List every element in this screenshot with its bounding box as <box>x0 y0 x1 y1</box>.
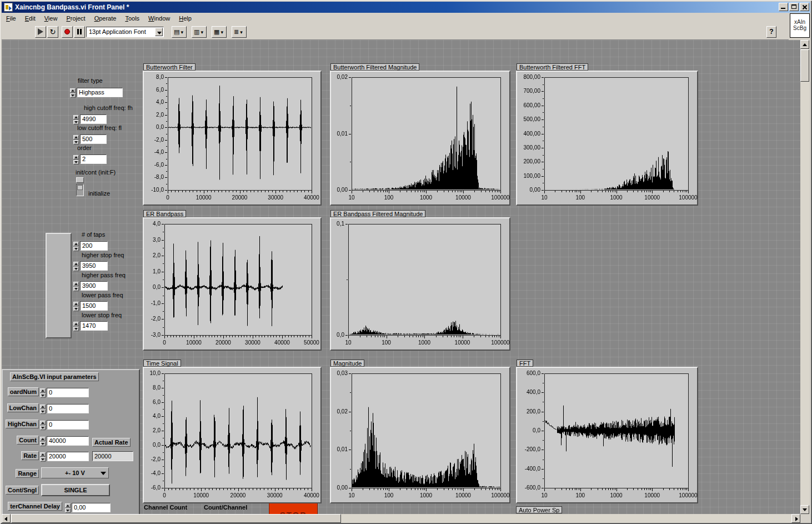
toolbar: 13pt Application Font ? <box>2 24 789 40</box>
run-continuously-button[interactable] <box>47 26 58 38</box>
x-tick-label: 30000 <box>255 492 294 498</box>
param-spinner-oardnum[interactable] <box>40 388 46 398</box>
y-tick-label: 10,0 <box>144 370 161 376</box>
horizontal-scrollbar[interactable] <box>2 514 800 523</box>
plot-area <box>331 72 509 204</box>
taps-spinner[interactable] <box>73 242 79 252</box>
x-tick-label: 10000 <box>633 194 671 201</box>
abort-button[interactable] <box>62 26 73 38</box>
x-tick-label: 30000 <box>256 194 295 201</box>
y-tick-label: 600,0 <box>517 370 540 376</box>
single-button[interactable]: SINGLE <box>41 484 110 496</box>
range-dropdown[interactable]: +- 10 V <box>41 467 109 478</box>
menu-tools[interactable]: Tools <box>121 13 144 22</box>
lower-stop-spinner[interactable] <box>73 322 79 332</box>
y-tick-label: 700,00 <box>517 88 540 94</box>
interchannel-delay-spinner[interactable] <box>65 503 71 513</box>
help-button[interactable]: ? <box>766 26 776 38</box>
lower-stop-value[interactable]: 1470 <box>80 321 108 331</box>
param-value-oardnum[interactable]: 0 <box>47 388 89 397</box>
vi-icon[interactable]: xAIn ScBg <box>790 13 810 38</box>
param-label-highchan: HighChan <box>6 420 39 428</box>
scroll-left-button[interactable] <box>2 514 11 523</box>
minimize-button[interactable] <box>779 3 788 11</box>
reorder-objects-button[interactable] <box>232 26 247 38</box>
high-cutoff-spinner[interactable] <box>73 115 79 125</box>
maximize-button[interactable] <box>789 3 799 11</box>
initialize-switch[interactable] <box>76 177 85 196</box>
menu-operate[interactable]: Operate <box>90 13 121 22</box>
y-tick-label: -8,0 <box>144 174 164 180</box>
param-value-count[interactable]: 40000 <box>47 436 89 446</box>
high-cutoff-value[interactable]: 4990 <box>80 114 107 124</box>
close-button[interactable] <box>800 3 809 11</box>
horizontal-scroll-thumb[interactable] <box>11 514 341 523</box>
low-cutoff-value[interactable]: 500 <box>80 134 107 144</box>
scroll-up-button[interactable] <box>800 40 809 49</box>
distribute-objects-button[interactable] <box>192 26 207 38</box>
x-tick-label: 1000 <box>407 492 445 498</box>
pause-button[interactable] <box>74 26 85 38</box>
align-objects-button[interactable] <box>172 26 187 38</box>
higher-stop-value[interactable]: 3950 <box>80 261 108 271</box>
plot-area <box>144 72 320 204</box>
filter-type-spinner[interactable] <box>70 88 76 98</box>
order-spinner[interactable] <box>73 155 79 165</box>
menu-project[interactable]: Project <box>62 13 89 22</box>
low-cutoff-spinner[interactable] <box>73 135 79 145</box>
lower-pass-spinner[interactable] <box>73 302 79 312</box>
x-tick-label: 10000 <box>184 194 223 201</box>
taps-value[interactable]: 200 <box>80 241 108 251</box>
menu-view[interactable]: View <box>40 13 62 22</box>
param-spinner-lowchan[interactable] <box>40 405 46 415</box>
param-spinner-highchan[interactable] <box>40 421 46 431</box>
stop-button[interactable]: STOP <box>269 503 318 515</box>
lower-pass-value[interactable]: 1500 <box>80 301 108 311</box>
scroll-right-button[interactable] <box>791 514 800 523</box>
higher-pass-spinner[interactable] <box>73 282 79 292</box>
chevron-down-icon <box>101 472 106 475</box>
y-tick-label: 8,0 <box>144 74 164 80</box>
y-tick-label: 0,01 <box>331 446 348 452</box>
y-tick-label: -2,0 <box>144 316 161 322</box>
interchannel-delay-value[interactable]: 0,00 <box>72 503 111 512</box>
higher-pass-value[interactable]: 3900 <box>80 281 108 291</box>
vertical-scrollbar[interactable] <box>800 40 809 514</box>
chart-frame <box>143 217 322 351</box>
menu-help[interactable]: Help <box>174 13 196 22</box>
run-icon <box>38 28 43 35</box>
switch-body[interactable] <box>76 184 84 196</box>
minimize-icon <box>781 8 785 9</box>
order-value[interactable]: 2 <box>80 154 107 164</box>
x-tick-label: 20000 <box>219 492 258 498</box>
run-button[interactable] <box>35 26 46 38</box>
param-value-highchan[interactable]: 0 <box>47 420 89 430</box>
param-spinner-rate[interactable] <box>40 452 46 462</box>
menu-file[interactable]: File <box>2 13 21 22</box>
chart-frame <box>143 367 322 503</box>
param-value-lowchan[interactable]: 0 <box>47 404 89 413</box>
menu-edit[interactable]: Edit <box>21 13 40 22</box>
y-tick-label: 4,0 <box>144 413 161 419</box>
higher-stop-spinner[interactable] <box>73 262 79 272</box>
filter-type-value[interactable]: Highpass <box>77 88 123 97</box>
y-tick-label: -6,0 <box>144 485 161 491</box>
param-spinner-count[interactable] <box>40 437 46 447</box>
menu-window[interactable]: Window <box>144 13 174 22</box>
y-tick-label: -4,0 <box>144 470 161 476</box>
chevron-down-icon[interactable] <box>155 28 163 36</box>
chart-frame <box>143 71 322 206</box>
y-tick-label: 4,0 <box>144 221 161 227</box>
font-selector-value: 13pt Application Font <box>89 28 146 35</box>
param-value-rate[interactable]: 20000 <box>47 452 89 461</box>
menu-bar: FileEditViewProjectOperateToolsWindowHel… <box>2 13 789 24</box>
font-selector[interactable]: 13pt Application Font <box>86 27 164 37</box>
resize-objects-button[interactable] <box>212 26 227 38</box>
x-tick-label: 10 <box>332 492 371 498</box>
app-icon <box>4 3 13 12</box>
scroll-down-button[interactable] <box>800 505 809 514</box>
x-tick-label: 10000 <box>633 492 671 498</box>
vertical-scroll-thumb[interactable] <box>800 49 809 82</box>
initialize-label: initialize <box>88 190 110 197</box>
chart-title-time-signal: Time Signal <box>143 360 181 367</box>
